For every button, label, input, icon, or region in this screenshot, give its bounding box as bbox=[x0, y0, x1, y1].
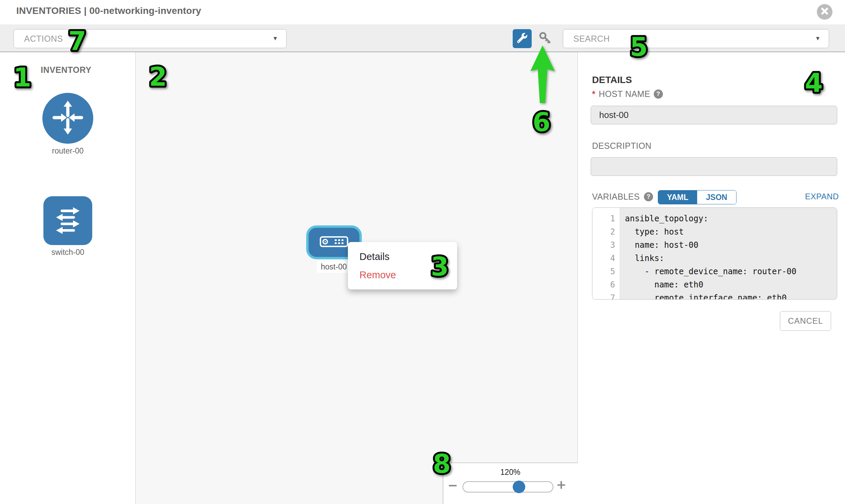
zoom-slider-track[interactable] bbox=[462, 481, 553, 492]
variables-label: VARIABLES bbox=[592, 192, 640, 202]
actions-dropdown-label: ACTIONS bbox=[24, 34, 272, 44]
help-icon[interactable]: ? bbox=[644, 192, 653, 201]
host-name-input[interactable]: host-00 bbox=[591, 106, 837, 124]
palette-item-router[interactable] bbox=[42, 93, 93, 144]
palette-item-switch[interactable] bbox=[43, 196, 92, 245]
page-title: INVENTORIES | 00-networking-inventory bbox=[16, 5, 201, 16]
svg-text:4: 4 bbox=[805, 68, 823, 97]
cancel-button[interactable]: CANCEL bbox=[780, 311, 831, 331]
details-panel-title: DETAILS bbox=[592, 75, 632, 85]
expand-link[interactable]: EXPAND bbox=[805, 192, 839, 201]
wrench-icon bbox=[517, 33, 527, 44]
key-button[interactable] bbox=[537, 31, 553, 47]
palette-item-switch-label: switch-00 bbox=[34, 248, 102, 257]
description-input[interactable] bbox=[591, 157, 837, 176]
search-dropdown-label: SEARCH bbox=[574, 34, 815, 44]
zoom-in-button[interactable]: + bbox=[556, 479, 566, 491]
context-menu-item-details[interactable]: Details bbox=[359, 248, 457, 266]
host-name-input-value: host-00 bbox=[599, 110, 629, 120]
host-name-field-row: * HOST NAME ? bbox=[592, 89, 663, 99]
host-node-label: host-00 bbox=[317, 261, 351, 273]
context-menu-item-remove[interactable]: Remove bbox=[359, 266, 457, 284]
host-icon bbox=[320, 236, 348, 249]
variables-field-row: VARIABLES ? bbox=[592, 192, 653, 202]
chevron-down-icon: ▼ bbox=[272, 35, 278, 42]
zoom-slider-knob[interactable] bbox=[513, 481, 525, 493]
search-dropdown[interactable]: SEARCH ▼ bbox=[563, 29, 829, 48]
json-toggle-button[interactable]: JSON bbox=[697, 191, 736, 204]
annotation-number-4: 4 bbox=[797, 63, 831, 97]
close-button[interactable] bbox=[817, 4, 832, 20]
description-label: DESCRIPTION bbox=[592, 141, 651, 151]
required-asterisk: * bbox=[592, 89, 595, 99]
zoom-level-value: 120% bbox=[443, 468, 578, 477]
sidebar-title: INVENTORY bbox=[41, 65, 91, 75]
actions-dropdown[interactable]: ACTIONS ▼ bbox=[14, 29, 286, 48]
context-menu: Details Remove bbox=[348, 242, 457, 289]
close-icon bbox=[821, 7, 829, 17]
editor-line-numbers: 1 2 3 4 5 6 7 bbox=[592, 208, 620, 299]
key-icon bbox=[539, 31, 552, 46]
variables-code-editor[interactable]: 1 2 3 4 5 6 7 ansible_topology: type: ho… bbox=[592, 208, 837, 300]
router-icon bbox=[50, 100, 85, 137]
networking-inventory-page: INVENTORIES | 00-networking-inventory AC… bbox=[0, 0, 845, 504]
palette-item-router-label: router-00 bbox=[34, 146, 102, 156]
chevron-down-icon: ▼ bbox=[815, 35, 821, 42]
host-name-label: HOST NAME bbox=[599, 89, 650, 99]
switch-icon bbox=[52, 204, 84, 238]
zoom-out-button[interactable]: − bbox=[447, 479, 458, 491]
editor-code-area[interactable]: ansible_topology: type: host name: host-… bbox=[620, 208, 837, 299]
yaml-toggle-button[interactable]: YAML bbox=[658, 191, 697, 204]
help-icon[interactable]: ? bbox=[654, 89, 663, 98]
tools-button[interactable] bbox=[513, 29, 532, 48]
variables-format-toggle: YAML JSON bbox=[658, 190, 737, 204]
